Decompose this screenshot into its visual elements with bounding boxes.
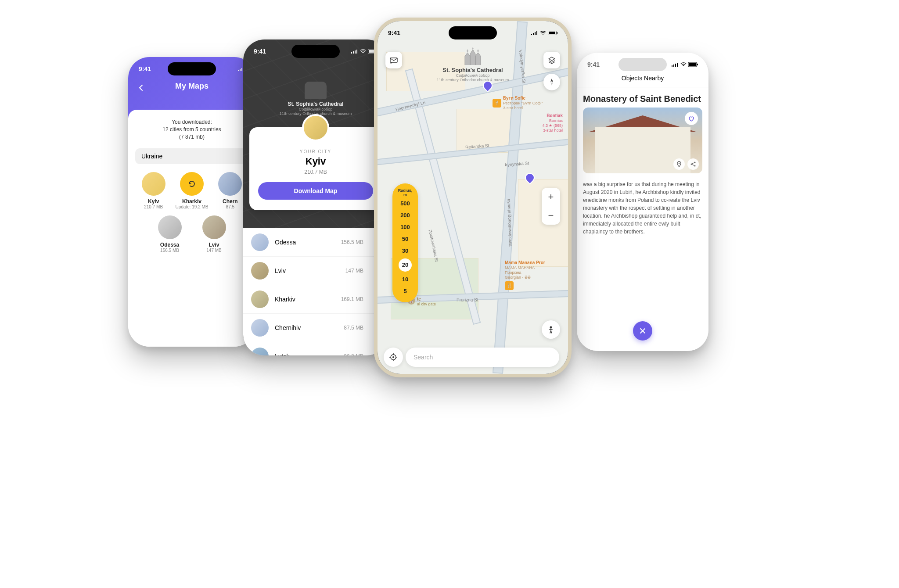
messages-button[interactable]	[385, 52, 402, 68]
city-name: Lviv	[275, 267, 339, 274]
object-title: Monastery of Saint Benedict	[577, 87, 708, 108]
svg-rect-16	[689, 63, 696, 66]
zoom-in-button[interactable]: +	[542, 188, 560, 206]
poi-marker[interactable]	[483, 81, 493, 93]
map-size: 210.7 MB	[258, 169, 373, 175]
poi-title: St. Sophia's Cathedral	[424, 67, 521, 73]
search-bar[interactable]: Search	[406, 348, 559, 367]
radius-option[interactable]: 100	[392, 221, 418, 233]
share-icon	[690, 161, 696, 167]
download-map-button[interactable]: Download Map	[258, 182, 373, 200]
city-name: Kharkiv	[275, 296, 335, 303]
svg-rect-5	[353, 51, 354, 54]
compass-button[interactable]	[543, 74, 560, 90]
zoom-out-button[interactable]: −	[542, 206, 560, 225]
status-indicators	[531, 31, 557, 35]
radius-option-selected[interactable]: 20	[399, 258, 412, 272]
heart-icon	[688, 115, 695, 122]
restaurant-icon: 🍴	[505, 281, 514, 290]
poi-title: St. Sophia's Cathedral	[272, 101, 360, 107]
city-name: Kyiv	[258, 156, 373, 167]
city-thumb	[251, 348, 269, 355]
radius-option[interactable]: 5	[392, 285, 418, 297]
share-button[interactable]	[687, 158, 699, 170]
city-size: 156.5 MB	[341, 239, 363, 245]
download-summary: You downloaded: 12 cities from 5 countri…	[135, 118, 248, 140]
object-photo[interactable]	[583, 108, 702, 173]
battery-icon	[688, 62, 698, 67]
notch	[291, 45, 340, 58]
restaurant-icon: 🍴	[493, 99, 501, 108]
biz-rating: 3-star hotel	[503, 106, 543, 111]
street-label: Zolotovoritska St	[428, 229, 439, 262]
biz-sofie[interactable]: 🍴 Бути Sofie Ресторан "Бути Софі" 3-star…	[493, 96, 543, 111]
list-item[interactable]: Lviv 147 MB	[243, 257, 388, 285]
svg-rect-25	[536, 31, 537, 35]
your-city-label: YOUR CITY	[258, 149, 373, 154]
city-item-odessa[interactable]: Odessa 156.5 MB	[148, 215, 191, 253]
svg-rect-12	[673, 65, 674, 67]
radius-option[interactable]: 50	[392, 233, 418, 245]
city-item-kharkiv[interactable]: Kharkiv Update: 19.2 MB	[173, 172, 210, 209]
arrow-left-icon	[137, 83, 146, 92]
signal-icon	[351, 49, 358, 54]
city-thumb	[251, 262, 269, 280]
biz-sub: al city gate	[417, 302, 436, 307]
city-thumb	[251, 233, 269, 251]
country-header[interactable]: Ukraine	[135, 148, 248, 164]
svg-rect-13	[675, 64, 676, 67]
city-avatar	[302, 114, 329, 141]
city-item-kyiv[interactable]: Kyiv 210.7 MB	[135, 172, 172, 209]
city-thumb	[251, 290, 269, 308]
city-item-lviv[interactable]: Lviv 147 MB	[193, 215, 235, 253]
city-thumb	[218, 172, 242, 196]
list-item[interactable]: Odessa 156.5 MB	[243, 228, 388, 257]
notch	[449, 26, 497, 39]
city-thumb	[158, 215, 182, 239]
poi-subtitle: Софійський собор	[424, 73, 521, 78]
city-size: 210.7 MB	[144, 204, 163, 209]
svg-point-30	[550, 326, 552, 329]
svg-point-32	[392, 356, 394, 358]
radius-option[interactable]: 500	[392, 197, 418, 209]
list-item[interactable]: Chernihiv 87.5 MB	[243, 314, 388, 342]
svg-point-19	[691, 164, 692, 165]
locate-button[interactable]	[384, 348, 403, 367]
city-grid-row2: Odessa 156.5 MB Lviv 147 MB	[135, 215, 248, 253]
notch	[168, 62, 216, 75]
biz-name: Бути Sofie	[503, 96, 543, 101]
biz-bontiak[interactable]: Bontiak Бонтіак 4.3 ★ (568) 3-star hotel	[542, 113, 563, 133]
radius-selector[interactable]: Radius,m 500 200 100 50 30 20 10 5	[392, 183, 418, 302]
city-size: 156.5 MB	[160, 248, 179, 253]
list-item[interactable]: Kharkiv 169.1 MB	[243, 285, 388, 314]
svg-rect-4	[351, 52, 352, 54]
city-thumb-update	[180, 172, 204, 196]
streetview-button[interactable]	[542, 320, 560, 339]
radius-option[interactable]: 10	[392, 273, 418, 285]
compass-icon	[547, 78, 556, 86]
poi-marker[interactable]	[525, 173, 536, 185]
list-item[interactable]: Lutsk 96.2 MB	[243, 342, 388, 355]
status-time: 9:41	[139, 65, 151, 72]
radius-option[interactable]: 200	[392, 209, 418, 221]
location-button[interactable]	[673, 158, 685, 170]
biz-name: Bontiak	[542, 113, 563, 118]
close-button[interactable]	[633, 321, 652, 341]
map-poi-label[interactable]: St. Sophia's Cathedral Софійський собор …	[424, 47, 521, 82]
svg-rect-11	[672, 65, 672, 67]
radius-label: Radius,m	[392, 189, 418, 197]
summary-line: (7 871 mb)	[135, 133, 248, 141]
biz-sub: Прорізна	[505, 270, 545, 275]
radius-option[interactable]: 30	[392, 245, 418, 257]
svg-rect-17	[697, 64, 698, 65]
biz-mama[interactable]: Mama Manana Pror МАМА МАНАНА Прорізна Ge…	[505, 260, 545, 290]
photo-actions	[673, 158, 699, 170]
status-time: 9:41	[388, 29, 400, 36]
layers-button[interactable]	[543, 52, 560, 68]
favorite-button[interactable]	[685, 112, 698, 125]
wifi-icon	[360, 49, 366, 54]
svg-rect-6	[355, 50, 356, 54]
back-button[interactable]	[136, 82, 147, 93]
wifi-icon	[680, 62, 687, 67]
svg-rect-28	[557, 32, 557, 34]
